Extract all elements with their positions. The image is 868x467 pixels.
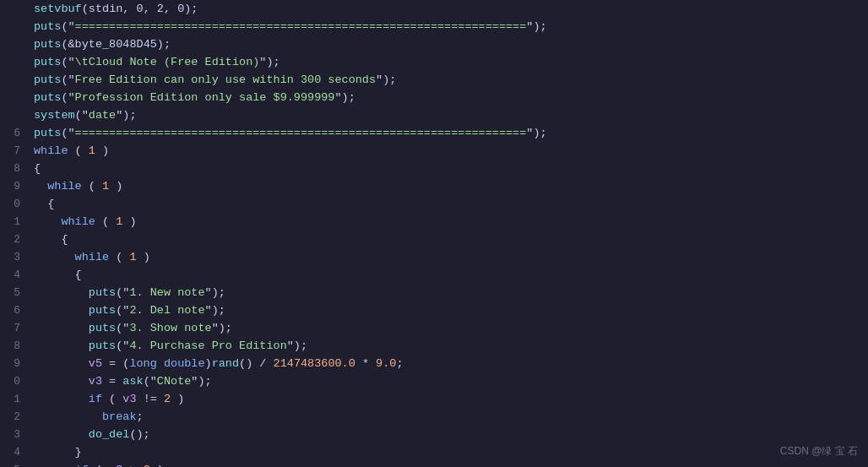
code-line: 8{ (0, 160, 868, 177)
code-text: setvbuf(stdin, 0, 2, 0); (34, 0, 198, 18)
code-text: puts("3. Show note"); (34, 319, 232, 337)
code-line: 7while ( 1 ) (0, 142, 868, 160)
code-text: if ( v3 > 2 ) (34, 461, 164, 467)
code-line: system("date"); (0, 106, 868, 124)
code-text: v5 = (long double)rand() / 2147483600.0 … (34, 355, 404, 372)
line-number: 3 (3, 426, 34, 443)
code-line: 8 puts("4. Purchase Pro Edition"); (0, 337, 868, 355)
code-text: break; (34, 408, 144, 426)
code-text: puts("4. Purchase Pro Edition"); (34, 337, 307, 355)
code-line: 3 do_del(); (0, 426, 868, 443)
line-number: 9 (3, 355, 34, 372)
code-line: 6 puts("2. Del note"); (0, 301, 868, 319)
code-line: puts("\tCloud Note (Free Edition)"); (0, 53, 868, 71)
code-text: puts(&byte_8048D45); (34, 35, 171, 53)
code-text: puts("\tCloud Note (Free Edition)"); (34, 53, 280, 71)
code-text: puts("2. Del note"); (34, 301, 225, 319)
code-block: setvbuf(stdin, 0, 2, 0);puts("==========… (0, 0, 868, 467)
line-number: 1 (3, 213, 34, 231)
code-text: puts("Free Edition can only use within 3… (34, 71, 396, 89)
code-text: while ( 1 ) (34, 248, 150, 266)
code-line: 4 { (0, 266, 868, 284)
line-number: 0 (3, 372, 34, 390)
code-line: 2 { (0, 231, 868, 248)
line-number: 0 (3, 195, 34, 213)
code-line: 0 v3 = ask("CNote"); (0, 372, 868, 390)
code-line: puts("Free Edition can only use within 3… (0, 71, 868, 89)
line-number: 4 (3, 266, 34, 284)
code-text: puts("==================================… (34, 18, 547, 35)
code-text: while ( 1 ) (34, 142, 109, 160)
code-line: 5 puts("1. New note"); (0, 284, 868, 301)
line-number: 7 (3, 319, 34, 337)
code-line: puts(&byte_8048D45); (0, 35, 868, 53)
code-text: puts("Profession Edition only sale $9.99… (34, 89, 355, 106)
code-text: do_del(); (34, 426, 150, 443)
line-number: 9 (3, 177, 34, 195)
code-line: 2 break; (0, 408, 868, 426)
code-line: puts("==================================… (0, 18, 868, 35)
code-line: setvbuf(stdin, 0, 2, 0); (0, 0, 868, 18)
code-text: while ( 1 ) (34, 213, 137, 231)
line-number: 7 (3, 142, 34, 160)
code-line: 4 } (0, 443, 868, 461)
code-text: { (34, 195, 54, 213)
code-text: while ( 1 ) (34, 177, 122, 195)
code-text: } (34, 443, 82, 461)
line-number: 3 (3, 248, 34, 266)
code-text: if ( v3 != 2 ) (34, 390, 184, 408)
code-line: 9 while ( 1 ) (0, 177, 868, 195)
code-text: puts("==================================… (34, 124, 547, 142)
code-text: { (34, 231, 68, 248)
code-line: 0 { (0, 195, 868, 213)
line-number: 8 (3, 337, 34, 355)
code-line: 7 puts("3. Show note"); (0, 319, 868, 337)
line-number: 5 (3, 284, 34, 301)
line-number: 5 (3, 461, 34, 467)
line-number: 2 (3, 408, 34, 426)
line-number: 6 (3, 301, 34, 319)
line-number: 2 (3, 231, 34, 248)
code-text: { (34, 160, 41, 177)
code-text: system("date"); (34, 106, 137, 124)
code-line: 9 v5 = (long double)rand() / 2147483600.… (0, 355, 868, 372)
code-editor: setvbuf(stdin, 0, 2, 0);puts("==========… (0, 0, 868, 467)
line-number: 1 (3, 390, 34, 408)
code-line: 6puts("=================================… (0, 124, 868, 142)
line-number: 6 (3, 124, 34, 142)
code-text: v3 = ask("CNote"); (34, 372, 212, 390)
code-line: 1 if ( v3 != 2 ) (0, 390, 868, 408)
line-number: 8 (3, 160, 34, 177)
code-line: 1 while ( 1 ) (0, 213, 868, 231)
code-line: 5 if ( v3 > 2 ) (0, 461, 868, 467)
line-number: 4 (3, 443, 34, 461)
code-line: 3 while ( 1 ) (0, 248, 868, 266)
code-text: { (34, 266, 82, 284)
code-line: puts("Profession Edition only sale $9.99… (0, 89, 868, 106)
watermark: CSDN @绿 宝 石 (780, 444, 858, 459)
code-text: puts("1. New note"); (34, 284, 225, 301)
